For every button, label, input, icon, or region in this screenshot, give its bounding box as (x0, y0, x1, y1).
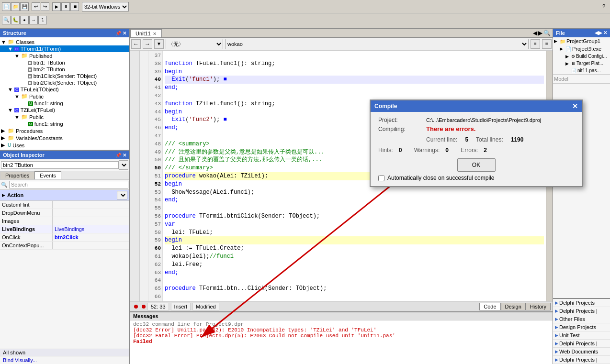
auto-close-checkbox[interactable] (378, 175, 384, 181)
editor-dropdown-btn[interactable]: ▼ (154, 39, 164, 49)
editor-scroll-right-icon[interactable]: ▶ (538, 30, 542, 36)
action-group-header[interactable]: ▶ Action (0, 190, 129, 201)
dialog-close-btn[interactable]: ✕ (572, 102, 578, 110)
toolbar-open-btn[interactable]: 📁 (11, 2, 20, 11)
tree-item-tfulei[interactable]: ▼ C TFuLei(TObject) (0, 86, 129, 93)
tree-item-classes[interactable]: ▼ 📁 Classes (0, 38, 129, 45)
file-panel-arrows-icon[interactable]: ◀▶ (595, 30, 602, 36)
platform-select[interactable]: 32-bit Windows (82, 2, 129, 11)
right-item-delphi5[interactable]: ▶ Delphi Projects | (553, 340, 610, 348)
file-panel-close-icon[interactable]: ✕ (603, 30, 607, 36)
status-tabs: Code Design History (479, 303, 551, 310)
toolbar-step-btn[interactable]: → (29, 16, 38, 24)
structure-pin-icon[interactable]: 📌 (115, 31, 121, 36)
action-select[interactable] (117, 191, 127, 199)
toolbar-redo-btn[interactable]: ↪ (41, 2, 49, 11)
structure-title: Structure (3, 30, 26, 36)
code-line-57: procedure TForm11.btn1Click(Sender: TObj… (165, 212, 544, 221)
toolbar-run-btn[interactable]: ▶ (52, 2, 61, 11)
tree-item-btn2click[interactable]: ■ btn2Click(Sender: TObject) (0, 79, 129, 86)
toolbar-new-btn[interactable]: 📄 (2, 2, 11, 11)
toolbar-help-btn[interactable]: ? (599, 2, 608, 11)
tab-history[interactable]: History (526, 303, 551, 310)
auto-close-label: Automatically close on successful compil… (387, 175, 494, 181)
object-type-select[interactable]: ▼ (119, 160, 128, 170)
structure-close-icon[interactable]: ✕ (123, 31, 126, 36)
editor-search-icon[interactable]: 🔍 (543, 30, 551, 36)
tree-item-uses[interactable]: ▶ U Uses (0, 142, 129, 149)
property-row-customhint[interactable]: CustomHint (0, 201, 129, 209)
property-row-onclick[interactable]: OnClick btn2Click (0, 233, 129, 242)
align-left-btn[interactable]: ≡ (531, 39, 540, 49)
pt-buildconfig[interactable]: ▶ ⚙ Build Configi... (553, 53, 610, 60)
tree-item-tzilei-func1[interactable]: M func1: string (0, 121, 129, 127)
tree-item-tfulei-func1[interactable]: M func1: string (0, 100, 129, 107)
tree-item-tform11[interactable]: ▼ C TForm11(TForm) (0, 45, 129, 52)
editor-scroll-left-icon[interactable]: ◀ (533, 30, 537, 36)
method-dropdown[interactable]: wokao (225, 39, 529, 49)
class-dropdown[interactable]: 〈无〉 (166, 39, 223, 49)
bind-visually-btn[interactable]: Bind Visually... (0, 356, 129, 364)
insert-mode: Insert (171, 303, 191, 310)
tree-item-tzilei[interactable]: ▼ C TZiLei(TFuLei) (0, 107, 129, 113)
tree-label-procedures: Procedures (16, 128, 43, 134)
right-item-unittest[interactable]: ▶ Unit Test (553, 331, 610, 340)
tree-item-btn1[interactable]: ■ btn1: TButton (0, 59, 129, 66)
tree-item-btn2[interactable]: ■ btn2: TButton (0, 66, 129, 73)
tab-code[interactable]: Code (479, 303, 500, 310)
toolbar-undo-btn[interactable]: ↩ (32, 2, 40, 11)
editor-tab-close-icon[interactable]: ✕ (153, 31, 157, 36)
align-right-btn[interactable]: ≡ (542, 39, 552, 49)
toolbar-file-icons[interactable]: 📄 📁 💾 ↩ ↪ ▶ ⏸ ⏹ 32-bit Windows (2, 2, 129, 11)
property-row-oncontextpopup[interactable]: OnContextPopu... (0, 242, 129, 250)
tree-label-tzilei-public: Public (29, 114, 44, 120)
right-item-designprojects[interactable]: ▶ Design Projects (553, 323, 610, 331)
toolbar-breakpoint-btn[interactable]: ● (20, 16, 29, 24)
editor-tab-unit11[interactable]: Unit11 ✕ (130, 29, 162, 37)
toolbar-stop-btn[interactable]: ⏹ (70, 2, 79, 11)
all-shown-label: All shown (3, 350, 25, 355)
pt-targetplat[interactable]: ▶ 🖥 Target Plat... (553, 60, 610, 67)
compile-dialog[interactable]: Compile ✕ Project: C:\...\Embarcadero\St… (370, 99, 583, 187)
dialog-total-lines-label: Total lines: (476, 136, 503, 143)
toolbar-save-btn[interactable]: 💾 (20, 2, 29, 11)
tab-properties[interactable]: Properties (0, 171, 34, 179)
editor-tab-controls[interactable]: ◀ ▶ 🔍 (531, 29, 553, 37)
right-item-delphi6[interactable]: ▶ Delphi Projects | (553, 356, 610, 364)
pt-unit11[interactable]: 📄 nit11.pas... (553, 67, 610, 74)
tree-item-published[interactable]: ▼ 📁 Published (0, 52, 129, 59)
code-line-38: function TFuLei.func1(): string; (165, 60, 544, 68)
right-item-delphi1[interactable]: ▶ Delphi Projects (553, 299, 610, 307)
object-name-input[interactable] (1, 161, 119, 169)
dialog-current-line-label: Current line: (426, 136, 457, 143)
tree-item-tfulei-public[interactable]: ▼ 📁 Public (0, 93, 129, 100)
toolbar-debug-btn[interactable]: 🐛 (11, 16, 20, 24)
right-item-otherfiles[interactable]: ▶ Other Files (553, 315, 610, 323)
tree-item-variables[interactable]: ▶ 📁 Variables/Constants (0, 134, 129, 142)
property-row-livebindings[interactable]: LiveBindings LiveBindings (0, 225, 129, 233)
editor-back-btn[interactable]: ← (131, 39, 141, 49)
dialog-ok-button[interactable]: OK (457, 158, 496, 172)
scroll-indicator (134, 305, 138, 309)
editor-forward-btn[interactable]: → (143, 39, 152, 49)
object-inspector-pin-icon[interactable]: 📌 (115, 153, 121, 158)
compile-dialog-title: Compile ✕ (371, 100, 582, 112)
tree-item-btn1click[interactable]: ■ btn1Click(Sender: TObject) (0, 73, 129, 79)
right-items-list: ▶ Delphi Projects ▶ Delphi Projects | ▶ … (553, 298, 610, 364)
property-row-dropdownmenu[interactable]: DropDownMenu (0, 209, 129, 217)
toolbar-pause-btn[interactable]: ⏸ (61, 2, 70, 11)
tab-events[interactable]: Events (34, 171, 61, 179)
tab-design[interactable]: Design (501, 303, 526, 310)
tree-item-tzilei-public[interactable]: ▼ 📁 Public (0, 113, 129, 121)
toolbar-inspect-btn[interactable]: 🔍 (2, 16, 11, 24)
code-line-55: end; (165, 196, 544, 204)
property-search-input[interactable] (9, 181, 128, 188)
property-row-images[interactable]: Images (0, 217, 129, 225)
right-item-webdocs[interactable]: ▶ Web Documents (553, 348, 610, 356)
pt-projectgroup[interactable]: ▶ 📁 ProjectGroup1 (553, 37, 610, 45)
right-item-delphi2[interactable]: ▶ Delphi Projects | (553, 307, 610, 315)
tree-item-procedures[interactable]: ▶ 📁 Procedures (0, 127, 129, 134)
toolbar-step-over-btn[interactable]: ⤵ (38, 16, 47, 24)
object-inspector-close-icon[interactable]: ✕ (123, 153, 126, 158)
pt-project9exe[interactable]: ▶ 📄 Project9.exe (553, 45, 610, 53)
